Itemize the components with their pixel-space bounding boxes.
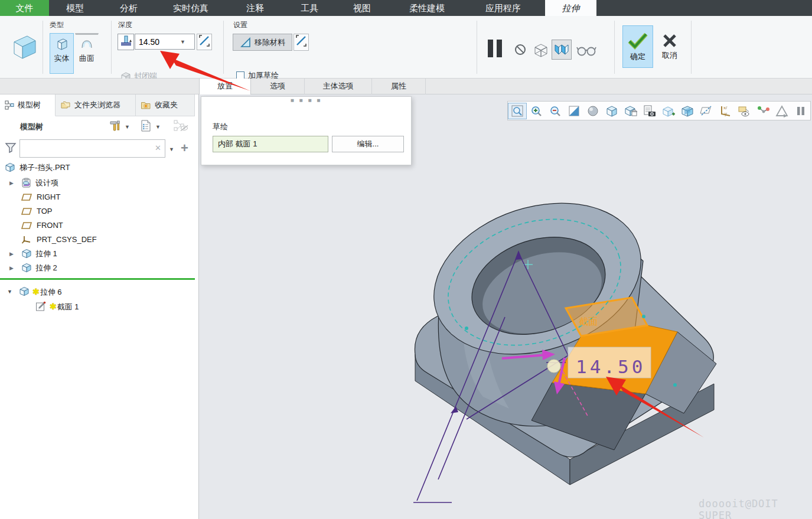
model-tree-tab-label: 模型树	[18, 100, 41, 110]
menu-applications[interactable]: 应用程序	[469, 0, 537, 16]
saved-orientations-button[interactable]	[621, 103, 640, 119]
no-preview-button[interactable]	[514, 43, 527, 58]
attached-preview-button[interactable]	[552, 40, 572, 60]
simulate-display-button[interactable]	[772, 103, 791, 119]
tab-placement[interactable]: 放置	[199, 79, 251, 94]
menu-model[interactable]: 模型	[50, 0, 100, 16]
tree-settings-list-icon	[140, 119, 152, 132]
filter-dropdown-icon[interactable]: ▼	[169, 146, 174, 152]
watermark-text: dooooit@DOIT SUPER	[699, 498, 812, 519]
surface-button[interactable]: 曲面	[75, 33, 99, 74]
glasses-icon	[576, 44, 598, 56]
section-view-button[interactable]	[678, 103, 697, 119]
view-manager-button[interactable]	[640, 103, 659, 119]
menu-extrude-feature-tab[interactable]: 拉伸	[545, 0, 596, 16]
filter-funnel-icon[interactable]	[5, 142, 17, 156]
favorites-icon	[141, 100, 151, 110]
model-tree-header: 模型树	[20, 122, 43, 132]
flip-material-side-button[interactable]	[294, 34, 309, 51]
menu-flexible-modeling[interactable]: 柔性建模	[393, 0, 461, 16]
tab-properties[interactable]: 属性	[372, 79, 426, 94]
cancel-button[interactable]: 取消	[654, 25, 685, 68]
refit-button[interactable]	[508, 103, 527, 119]
settings-group-label: 设置	[233, 20, 247, 30]
tree-item-front-plane[interactable]: FRONT	[0, 218, 195, 233]
axis-display-button[interactable]: x/y	[716, 103, 735, 119]
depth-option-button[interactable]	[118, 34, 134, 50]
ok-button[interactable]: 确定	[622, 25, 653, 68]
remove-material-button[interactable]: 移除材料	[233, 34, 292, 51]
panel-drag-handle[interactable]: ■ ■ ■ ■	[201, 97, 411, 103]
depth-dimension-text[interactable]: 14.50	[576, 356, 645, 377]
unattached-preview-button[interactable]	[532, 42, 550, 61]
expand-icon[interactable]: ▶	[9, 261, 14, 275]
tree-item-csys[interactable]: PRT_CSYS_DEF	[0, 233, 195, 247]
extrude-dashboard: 类型 实体 曲面 深度 ▼ 封闭	[0, 16, 812, 79]
repaint-button[interactable]	[565, 103, 583, 119]
depth-value-field[interactable]: ▼	[135, 34, 195, 50]
tree-filter-hide-button	[173, 119, 188, 135]
tab-model-tree[interactable]: 模型树	[0, 94, 56, 116]
svg-text:y: y	[725, 111, 727, 116]
tree-item-sketch-1[interactable]: ✱截面 1	[0, 299, 195, 314]
pause-icon	[486, 37, 504, 60]
depth-value-input[interactable]	[135, 37, 180, 47]
tree-tools-button[interactable]	[108, 119, 121, 135]
expand-icon[interactable]: ▶	[9, 176, 14, 190]
tab-options[interactable]: 选项	[251, 79, 305, 94]
spin-center-button[interactable]	[754, 103, 772, 119]
tree-item-part[interactable]: 梯子-挡头.PRT	[0, 161, 195, 175]
menu-analysis[interactable]: 分析	[104, 0, 154, 16]
perspective-button[interactable]	[659, 103, 678, 119]
insert-here-indicator[interactable]	[0, 278, 195, 280]
sketch-edit-button[interactable]: 编辑...	[332, 136, 404, 152]
menu-live-simulation[interactable]: 实时仿真	[157, 0, 224, 16]
display-style-button[interactable]	[602, 103, 621, 119]
tree-item-design-items[interactable]: ▶ 设计项	[0, 176, 195, 190]
filter-add-icon[interactable]: +	[181, 141, 188, 156]
verify-button[interactable]	[576, 44, 598, 58]
menu-annotate[interactable]: 注释	[230, 0, 280, 16]
pause-display-button[interactable]	[791, 103, 810, 119]
tree-filter-field[interactable]: ✕	[19, 139, 165, 158]
tree-item-right-plane[interactable]: RIGHT	[0, 190, 195, 204]
tree-tools-dropdown-icon[interactable]: ▼	[125, 124, 130, 130]
tree-filter-input[interactable]	[22, 142, 149, 155]
flip-depth-direction-button[interactable]	[197, 34, 212, 50]
blind-depth-icon	[119, 34, 132, 47]
ok-label: 确定	[630, 51, 645, 62]
tree-item-extrude-1[interactable]: ▶ 拉伸 1	[0, 247, 195, 261]
zoom-out-button[interactable]	[546, 103, 565, 119]
tree-item-extrude-6[interactable]: ▼ ✱拉伸 6	[0, 285, 195, 299]
sketch-reference-field[interactable]: 内部 截面 1	[213, 136, 328, 152]
collapse-icon[interactable]: ▼	[7, 285, 12, 299]
menu-view[interactable]: 视图	[337, 0, 387, 16]
tree-settings-dropdown-icon[interactable]: ▼	[155, 124, 161, 130]
cancel-x-icon	[662, 33, 677, 48]
tree-item-label: 拉伸 1	[35, 247, 57, 261]
tab-favorites[interactable]: 收藏夹	[136, 94, 195, 116]
zoom-in-button[interactable]	[527, 103, 546, 119]
menu-tools[interactable]: 工具	[285, 0, 334, 16]
tab-folder-browser[interactable]: 文件夹浏览器	[56, 94, 136, 116]
folder-browser-tab-label: 文件夹浏览器	[74, 100, 120, 110]
depth-dropdown-icon[interactable]: ▼	[180, 39, 185, 45]
tab-body-options[interactable]: 主体选项	[305, 79, 372, 94]
sketch-endpoint	[642, 315, 645, 318]
drag-handle[interactable]	[547, 360, 560, 373]
solid-button[interactable]: 实体	[50, 33, 74, 74]
sketch-endpoint	[673, 383, 677, 387]
menu-file[interactable]: 文件	[0, 0, 49, 16]
plane-display-button[interactable]	[697, 103, 716, 119]
remove-material-icon	[240, 37, 252, 48]
tree-settings-button[interactable]	[140, 119, 152, 135]
tree-item-top-plane[interactable]: TOP	[0, 204, 195, 218]
expand-icon[interactable]: ▶	[9, 247, 14, 261]
tree-item-extrude-2[interactable]: ▶ 拉伸 2	[0, 261, 195, 275]
pause-button[interactable]	[486, 37, 504, 62]
filter-clear-icon[interactable]: ✕	[155, 143, 161, 152]
annotation-display-button[interactable]	[735, 103, 754, 119]
extrude-icon	[9, 31, 39, 63]
shading-button[interactable]	[583, 103, 602, 119]
part-icon	[5, 162, 15, 177]
